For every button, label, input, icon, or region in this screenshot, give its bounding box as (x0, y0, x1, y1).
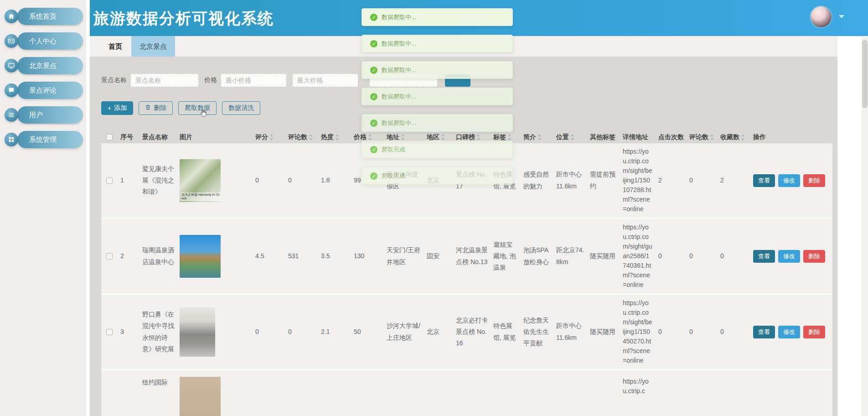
delete-button[interactable]: 删除 (139, 101, 173, 115)
cell-other: 随买随用 (587, 219, 620, 293)
column-header[interactable]: 评论数 (687, 132, 718, 142)
sort-icon[interactable] (710, 134, 714, 140)
filter-name-input[interactable] (130, 73, 199, 87)
scrollbar-thumb[interactable] (862, 40, 868, 108)
toast-text: 数据爬取中... (382, 119, 416, 127)
cell-comments: 531 (285, 219, 318, 293)
select-all-checkbox[interactable] (106, 134, 113, 140)
toast-text: 数据爬取中... (382, 93, 416, 101)
tab-beijing[interactable]: 北京景点 (131, 36, 175, 57)
toast-message: ✓数据爬取中... (362, 114, 513, 132)
cell-actions (750, 370, 832, 416)
column-header: 点击次数 (656, 132, 687, 142)
scrollbar-track[interactable] (862, 36, 868, 416)
cell-rank (453, 370, 491, 416)
column-header[interactable]: 热度 (318, 132, 351, 142)
cell-name: 纽约国际 (140, 370, 177, 416)
cell-score: 0 (253, 143, 285, 218)
add-button[interactable]: + 添加 (101, 101, 133, 115)
filter-price-max-input[interactable] (292, 73, 358, 87)
delete-row-button[interactable]: 删除 (803, 326, 825, 338)
column-header[interactable]: 收藏数 (718, 132, 750, 142)
view-button[interactable]: 查看 (753, 326, 775, 338)
edit-button[interactable]: 修改 (778, 174, 800, 187)
toast-message: ✓数据爬取中... (362, 35, 513, 52)
sidebar-item-label: 北京景点 (17, 57, 83, 74)
cell-comments (285, 370, 318, 416)
sidebar-item-label: 系统首页 (17, 8, 83, 25)
cell-favs: 2 (718, 143, 750, 218)
sort-icon[interactable] (309, 134, 313, 140)
row-checkbox[interactable] (106, 253, 113, 260)
id-card-icon (5, 34, 18, 48)
sidebar-item-comments[interactable]: 景点评论 (5, 82, 83, 99)
column-header[interactable]: 评论数 (285, 132, 318, 142)
delete-row-button[interactable]: 删除 (803, 174, 825, 187)
success-icon: ✓ (370, 67, 377, 74)
cell-location: 距市中心11.6km (553, 143, 587, 218)
column-header-label: 简介 (523, 133, 536, 141)
table-row: 纽约国际https://you.ctrip.c (101, 370, 832, 416)
sidebar-item-profile[interactable]: 个人中心 (5, 32, 83, 50)
cell-address: 沙河大学城/上庄地区 (384, 295, 424, 369)
avatar[interactable] (811, 6, 832, 27)
cell-comments2: 0 (687, 143, 718, 218)
cell-seq: 2 (118, 219, 140, 293)
filter-price-label: 价格 (204, 76, 217, 84)
sort-icon[interactable] (441, 134, 445, 140)
cell-tags: 特色展馆, 展览 (491, 295, 521, 369)
cell-comments: 0 (285, 295, 318, 369)
crawl-data-button[interactable]: 爬取数据 (178, 101, 217, 115)
cell-image (177, 219, 253, 293)
tab-home[interactable]: 首页 (104, 36, 127, 57)
cell-score: 4.5 (253, 219, 285, 293)
cell-region: 北京 (424, 295, 453, 369)
sidebar-item-label: 景点评论 (17, 82, 83, 99)
sort-icon[interactable] (741, 134, 745, 140)
filter-price-min-input[interactable] (221, 73, 287, 87)
page-title: 旅游数据分析可视化系统 (93, 8, 274, 29)
table-row: 2瑞阁温泉酒店温泉中心4.55313.5130天安门/王府井地区固安河北温泉景点… (101, 219, 832, 295)
cell-score (253, 370, 285, 416)
cell-actions: 查看修改删除 (750, 143, 832, 218)
sort-icon[interactable] (368, 134, 372, 140)
row-checkbox[interactable] (106, 329, 113, 335)
toast-text: 爬取完成 (382, 146, 405, 154)
delete-row-button[interactable]: 删除 (803, 250, 825, 263)
view-button[interactable]: 查看 (753, 174, 775, 187)
sort-icon[interactable] (570, 134, 574, 140)
sort-icon[interactable] (269, 134, 274, 140)
sidebar-item-users[interactable]: 用户 (5, 106, 83, 124)
sidebar-item-home[interactable]: 系统首页 (5, 8, 83, 25)
column-header-label: 评分 (255, 133, 268, 141)
sidebar-item-attractions[interactable]: 北京景点 (5, 57, 83, 74)
cell-price: 130 (351, 219, 384, 293)
sidebar-nav: 系统首页个人中心北京景点景点评论用户系统管理 (0, 8, 85, 148)
sort-icon[interactable] (401, 134, 405, 140)
attraction-image (180, 377, 221, 416)
cell-clicks (656, 370, 687, 416)
column-header[interactable]: 简介 (521, 132, 553, 142)
clean-data-button[interactable]: 数据清洗 (222, 101, 260, 115)
toast-message: ✓数据爬取中... (362, 88, 513, 105)
column-header-label: 评论数 (689, 133, 708, 141)
attraction-image (180, 307, 215, 357)
chevron-down-icon[interactable] (839, 15, 844, 18)
sort-icon[interactable] (507, 134, 512, 140)
column-header[interactable]: 评分 (253, 132, 285, 142)
column-header[interactable]: 位置 (553, 132, 587, 142)
edit-button[interactable]: 修改 (778, 326, 800, 338)
cell-seq (118, 370, 140, 416)
column-header-label: 收藏数 (720, 133, 739, 141)
column-header: 景点名称 (140, 132, 177, 142)
cell-comments2 (687, 370, 718, 416)
cell-address (384, 370, 424, 416)
edit-button[interactable]: 修改 (778, 250, 800, 263)
view-button[interactable]: 查看 (753, 250, 775, 263)
row-checkbox[interactable] (106, 177, 113, 184)
sort-icon[interactable] (537, 134, 542, 140)
sort-icon[interactable] (476, 134, 480, 140)
sidebar-item-system[interactable]: 系统管理 (5, 131, 83, 148)
column-header-label: 其他标签 (590, 133, 615, 141)
sort-icon[interactable] (335, 134, 339, 140)
